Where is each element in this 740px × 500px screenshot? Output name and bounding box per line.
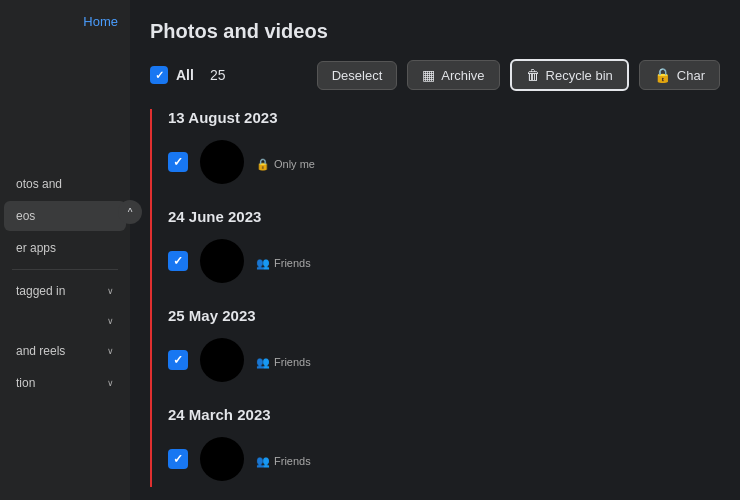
char-button[interactable]: 🔒 Char — [639, 60, 720, 90]
media-content: 🔒 Only me — [256, 154, 720, 171]
media-item: 🔒 Only me — [168, 134, 720, 190]
sidebar-item-tagged-label: tagged in — [16, 284, 65, 298]
sidebar-nav: otos and eos er apps tagged in ∨ ∨ and r… — [0, 169, 130, 398]
date-group-march: 24 March 2023 👥 Friends — [152, 406, 720, 487]
sidebar-home-link[interactable]: Home — [0, 0, 130, 39]
media-meta: 👥 Friends — [256, 356, 720, 369]
media-checkbox[interactable] — [168, 449, 188, 469]
sidebar-item-tagged-in[interactable]: tagged in ∨ — [4, 276, 126, 306]
sidebar-item-photos-videos[interactable]: otos and — [4, 169, 126, 199]
char-label: Char — [677, 68, 705, 83]
sidebar-item-reels[interactable]: and reels ∨ — [4, 336, 126, 366]
avatar — [200, 239, 244, 283]
privacy-icon: 👥 — [256, 455, 270, 468]
media-meta: 👥 Friends — [256, 257, 720, 270]
sidebar: Home ^ otos and eos er apps tagged in ∨ … — [0, 0, 130, 500]
all-label: All — [176, 67, 194, 83]
avatar — [200, 338, 244, 382]
deselect-button[interactable]: Deselect — [317, 61, 398, 90]
media-item: 👥 Friends — [168, 233, 720, 289]
privacy-label: Friends — [274, 455, 311, 467]
media-item: 👥 Friends — [168, 332, 720, 388]
media-item: 👥 Friends — [168, 431, 720, 487]
media-checkbox[interactable] — [168, 251, 188, 271]
media-meta: 🔒 Only me — [256, 158, 720, 171]
privacy-label: Friends — [274, 356, 311, 368]
lock-icon: 🔒 — [654, 67, 671, 83]
privacy-icon: 🔒 — [256, 158, 270, 171]
date-group-may: 25 May 2023 👥 Friends — [152, 307, 720, 388]
date-label: 24 March 2023 — [168, 406, 720, 423]
media-content: 👥 Friends — [256, 451, 720, 468]
avatar — [200, 437, 244, 481]
media-content: 👥 Friends — [256, 253, 720, 270]
date-label: 13 August 2023 — [168, 109, 720, 126]
sidebar-item-tion[interactable]: tion ∨ — [4, 368, 126, 398]
recycle-bin-label: Recycle bin — [546, 68, 613, 83]
date-group-august: 13 August 2023 🔒 Only me — [152, 109, 720, 190]
sidebar-item-other-apps-label: er apps — [16, 241, 56, 255]
chevron-down-icon: ∨ — [107, 346, 114, 356]
media-checkbox[interactable] — [168, 350, 188, 370]
archive-button[interactable]: ▦ Archive — [407, 60, 499, 90]
chevron-down-icon: ∨ — [107, 378, 114, 388]
trash-icon: 🗑 — [526, 67, 540, 83]
chevron-down-icon: ∨ — [107, 286, 114, 296]
media-meta: 👥 Friends — [256, 455, 720, 468]
sidebar-item-photos-label: otos and — [16, 177, 62, 191]
sidebar-item-reels-label: and reels — [16, 344, 65, 358]
sidebar-collapse-button[interactable]: ^ — [118, 200, 142, 224]
page-title: Photos and videos — [150, 20, 720, 43]
sidebar-item-videos[interactable]: eos — [4, 201, 126, 231]
sidebar-item-videos-label: eos — [16, 209, 35, 223]
chevron-down-icon: ∨ — [107, 316, 114, 326]
sidebar-divider — [12, 269, 118, 270]
date-label: 25 May 2023 — [168, 307, 720, 324]
media-checkbox[interactable] — [168, 152, 188, 172]
recycle-bin-button[interactable]: 🗑 Recycle bin — [510, 59, 629, 91]
avatar — [200, 140, 244, 184]
sidebar-item-other-apps[interactable]: er apps — [4, 233, 126, 263]
sidebar-item-empty[interactable]: ∨ — [4, 308, 126, 334]
date-label: 24 June 2023 — [168, 208, 720, 225]
privacy-label: Only me — [274, 158, 315, 170]
timeline: 13 August 2023 🔒 Only me 24 June 2023 — [150, 109, 720, 487]
privacy-label: Friends — [274, 257, 311, 269]
date-group-june: 24 June 2023 👥 Friends — [152, 208, 720, 289]
select-all-checkbox[interactable] — [150, 66, 168, 84]
sidebar-item-tion-label: tion — [16, 376, 35, 390]
count-badge: 25 — [210, 67, 226, 83]
privacy-icon: 👥 — [256, 257, 270, 270]
media-content: 👥 Friends — [256, 352, 720, 369]
select-all-group: All 25 — [150, 66, 225, 84]
main-content: Photos and videos All 25 Deselect ▦ Arch… — [130, 0, 740, 500]
deselect-label: Deselect — [332, 68, 383, 83]
privacy-icon: 👥 — [256, 356, 270, 369]
archive-icon: ▦ — [422, 67, 435, 83]
archive-label: Archive — [441, 68, 484, 83]
toolbar: All 25 Deselect ▦ Archive 🗑 Recycle bin … — [150, 59, 720, 91]
